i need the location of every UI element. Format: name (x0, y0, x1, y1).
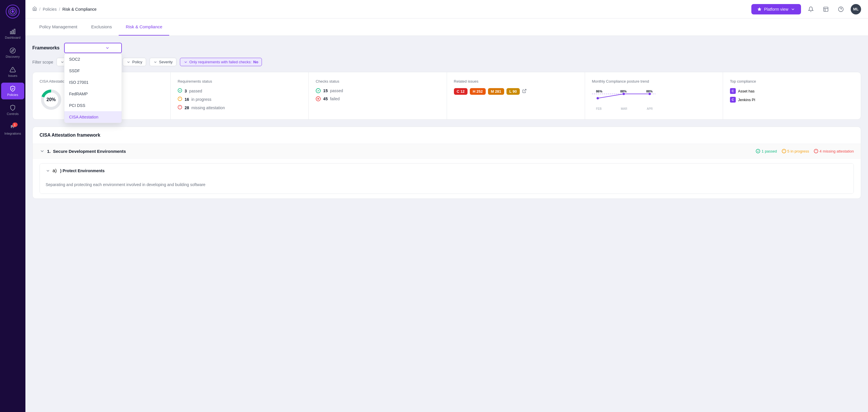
notification-button[interactable] (806, 4, 816, 14)
section-passed-count: 1 (762, 149, 764, 153)
section-progress-count: 5 (787, 149, 789, 153)
badge-m-count: 281 (495, 89, 501, 94)
bell-icon (808, 6, 814, 12)
sidebar-item-issues-label: Issues (8, 74, 17, 78)
star-icon (757, 7, 762, 11)
svg-point-33 (649, 93, 651, 95)
header-right: Platform view ML (751, 4, 861, 14)
subsection-a: a) ) Protect Environments Separating and… (39, 163, 854, 194)
main-content: / Policies / Risk & Compliance Platform … (25, 0, 868, 412)
section-1-stats: 1 passed 5 in progress 4 (756, 149, 854, 153)
svg-rect-3 (10, 31, 11, 34)
filter-failed-value: No (253, 60, 258, 64)
svg-marker-10 (757, 7, 761, 11)
svg-point-6 (10, 48, 15, 53)
tabs-bar: Policy Management Exclusions Risk & Comp… (25, 19, 868, 36)
check-passed-count: 15 (323, 88, 328, 93)
top-item-1: C Asset has (730, 88, 854, 94)
svg-rect-5 (14, 29, 15, 34)
check-passed: 15 passed (316, 88, 439, 93)
breadcrumb-sep-2: / (59, 7, 60, 11)
badge-medium: M 281 (488, 88, 504, 95)
chart-wrapper: 86% 88% 88% FEB MAR APR (592, 88, 716, 112)
external-link-icon[interactable] (522, 89, 527, 94)
chevron-severity-icon (153, 60, 157, 64)
plug-icon (9, 124, 16, 130)
section-stat-missing: 4 missing attestation (814, 149, 854, 153)
section-1-name: Secure Development Environments (53, 149, 126, 154)
top-badge-1: C (730, 88, 736, 94)
frameworks-select-button[interactable] (64, 43, 122, 53)
help-button[interactable] (836, 4, 846, 14)
framework-option-pcidss[interactable]: PCI DSS (64, 100, 122, 111)
sidebar-item-controls-label: Controls (7, 112, 19, 116)
framework-option-ssdf[interactable]: SSDF (64, 65, 122, 77)
subsection-a-header[interactable]: a) ) Protect Environments (40, 164, 854, 178)
filter-policy-label: Policy (132, 60, 142, 64)
frameworks-dropdown: SOC2 SSDF ISO 27001 FedRAMP PCI DSS CISA… (64, 43, 122, 53)
layout-button[interactable] (820, 4, 831, 14)
check-passed-icon (316, 88, 321, 93)
filter-failed-checks-button[interactable]: Only requirements with failed checks: No (180, 58, 262, 66)
stat-related-title: Related issues (454, 79, 578, 84)
progress-icon (178, 96, 182, 102)
top-badge-2: C (730, 97, 736, 102)
top-compliance-list: C Asset has C Jenkins Pl (730, 88, 854, 102)
framework-option-fedramp[interactable]: FedRAMP (64, 88, 122, 100)
stat-related-issues: Related issues C 12 H 252 M 281 (447, 72, 585, 119)
tab-policy-management[interactable]: Policy Management (32, 19, 84, 35)
header: / Policies / Risk & Compliance Platform … (25, 0, 868, 19)
sidebar-item-integrations[interactable]: 1 Integrations (1, 121, 24, 138)
framework-section: CISA Attestation framework 1. Secure Dev… (32, 126, 861, 199)
framework-option-iso27001[interactable]: ISO 27001 (64, 77, 122, 88)
badge-c-count: 12 (461, 89, 465, 94)
badge-l-count: 90 (513, 89, 517, 94)
filter-severity-button[interactable]: Severity (150, 58, 177, 66)
chevron-policy-icon (126, 60, 130, 64)
chart-month-apr: APR (647, 107, 653, 110)
svg-marker-7 (11, 50, 14, 52)
warning-icon (9, 66, 16, 73)
sidebar-item-dashboard-label: Dashboard (5, 36, 21, 39)
section-1-header[interactable]: 1. Secure Development Environments 1 pas… (33, 144, 861, 158)
sidebar-item-integrations-label: Integrations (4, 132, 21, 135)
question-icon (838, 6, 844, 12)
sidebar-logo (6, 5, 20, 19)
framework-option-soc2[interactable]: SOC2 (64, 54, 122, 65)
breadcrumb: / Policies / Risk & Compliance (32, 6, 96, 12)
section-passed-label: passed (765, 149, 777, 153)
shield-check-icon (9, 86, 16, 92)
sidebar-item-controls[interactable]: Controls (1, 102, 24, 118)
badge-critical: C 12 (454, 88, 467, 95)
check-failed-label: failed (330, 96, 340, 101)
tab-exclusions[interactable]: Exclusions (84, 19, 119, 35)
filter-scope-label: Filter scope (32, 60, 53, 64)
shield-icon (9, 105, 16, 111)
platform-view-button[interactable]: Platform view (751, 4, 801, 14)
content-area: Frameworks SOC2 SSDF ISO 27001 FedRAMP P… (25, 36, 868, 412)
req-progress-count: 16 (185, 97, 189, 102)
section-stat-passed: 1 passed (756, 149, 777, 153)
chart-month-mar: MAR (621, 107, 627, 110)
framework-option-cisa[interactable]: CISA Attestation (64, 111, 122, 123)
frameworks-dropdown-menu: SOC2 SSDF ISO 27001 FedRAMP PCI DSS CISA… (64, 53, 122, 123)
breadcrumb-policies[interactable]: Policies (43, 7, 57, 11)
external-link-svg (522, 89, 527, 93)
stat-requirements: Requirements status 3 passed (170, 72, 309, 119)
req-missing: 28 missing attestation (178, 105, 302, 110)
chevron-integrations-icon (60, 60, 64, 64)
stat-monthly-chart: Monthly Compliance posture trend 86% 88 (585, 72, 723, 119)
section-passed-icon (756, 149, 760, 153)
sidebar-item-issues[interactable]: Issues (1, 64, 24, 80)
filter-policy-button[interactable]: Policy (123, 58, 146, 66)
tab-risk-compliance[interactable]: Risk & Compliance (119, 19, 169, 35)
missing-icon (178, 105, 182, 110)
req-missing-count: 28 (185, 106, 189, 110)
sidebar-item-dashboard[interactable]: Dashboard (1, 25, 24, 42)
check-passed-label: passed (330, 88, 343, 93)
section-missing-label: missing attestation (823, 149, 854, 153)
req-missing-label: missing attestation (191, 106, 225, 110)
svg-point-31 (596, 97, 599, 99)
sidebar-item-policies[interactable]: Policies (1, 83, 24, 99)
sidebar-item-discovery[interactable]: Discovery (1, 45, 24, 61)
